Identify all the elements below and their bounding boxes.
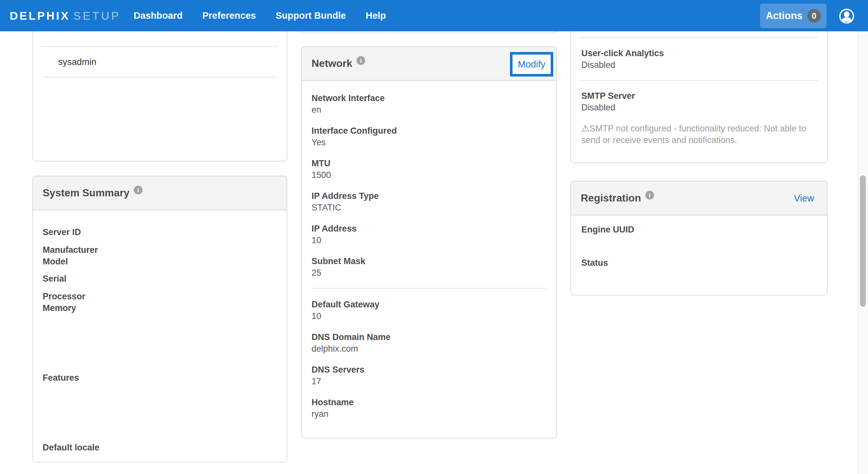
- features-label: Features: [43, 372, 277, 383]
- nav-item-help[interactable]: Help: [366, 10, 386, 21]
- field-label: IP Address Type: [312, 190, 547, 202]
- network-field: MTU 1500: [312, 158, 547, 181]
- network-body: Network Interface en Interface Configure…: [302, 81, 556, 420]
- manufacturer-label: Manufacturer: [43, 244, 277, 256]
- field-label: Interface Configured: [312, 125, 547, 137]
- main-nav: Dashboard Preferences Support Bundle Hel…: [133, 10, 386, 21]
- username: sysadmin: [58, 57, 96, 67]
- field-value: 17: [312, 375, 547, 387]
- user-avatar-icon[interactable]: [839, 9, 854, 24]
- field-value: Yes: [312, 137, 547, 148]
- field-value: en: [312, 104, 547, 115]
- network-field: Default Gateway 10: [312, 299, 547, 322]
- field-value: delphix.com: [312, 343, 547, 354]
- field-value: 10: [312, 310, 547, 322]
- server-id-label: Server ID: [43, 226, 277, 238]
- model-label: Model: [43, 256, 277, 267]
- users-panel: sysadmin: [32, 28, 287, 162]
- network-card: Network i Modify Network Interface en In…: [301, 46, 557, 438]
- actions-button[interactable]: Actions 0: [760, 4, 827, 28]
- smtp-field: SMTP Server Disabled: [581, 90, 817, 113]
- info-icon[interactable]: i: [356, 56, 365, 65]
- system-summary-header: System Summary i: [33, 176, 287, 210]
- info-icon[interactable]: i: [134, 185, 143, 194]
- field-label: Default Gateway: [312, 299, 547, 310]
- field-value: 10: [312, 234, 547, 246]
- warning-text: SMTP not configured - functionality redu…: [581, 124, 806, 145]
- field-label: Network Interface: [312, 92, 547, 104]
- divider: [580, 80, 818, 81]
- network-header: Network i Modify: [302, 47, 556, 81]
- warning-icon: ⚠: [581, 123, 589, 133]
- field-label: Hostname: [312, 397, 547, 408]
- divider: [312, 288, 547, 289]
- registration-card: Registration i View Engine UUID Status: [570, 181, 828, 296]
- smtp-body: SMTP Server Disabled ⚠SMTP not configure…: [571, 90, 827, 146]
- status-label: Status: [581, 257, 817, 269]
- network-field: Hostname ryan: [312, 397, 547, 420]
- scrollbar-thumb[interactable]: [860, 175, 866, 307]
- network-title: Network: [312, 58, 352, 69]
- field-value: ryan: [312, 408, 547, 420]
- avatar-shoulders-shape: [842, 18, 851, 22]
- field-value: Disabled: [581, 102, 817, 113]
- field-value: 25: [312, 267, 547, 279]
- field-label: Subnet Mask: [312, 256, 547, 267]
- engine-uuid-label: Engine UUID: [581, 224, 817, 235]
- nav-item-preferences[interactable]: Preferences: [202, 10, 256, 21]
- actions-button-label: Actions: [766, 10, 803, 22]
- field-label: DNS Servers: [312, 364, 547, 375]
- header-bar: DELPHIXSETUP Dashboard Preferences Suppo…: [0, 0, 868, 31]
- network-field: IP Address 10: [312, 223, 547, 246]
- analytics-field: User-click Analytics Disabled: [581, 47, 817, 71]
- network-field: Network Interface en: [312, 92, 547, 115]
- user-row[interactable]: sysadmin: [33, 47, 287, 77]
- field-label: SMTP Server: [581, 90, 817, 102]
- info-icon[interactable]: i: [645, 191, 654, 200]
- analytics-body: User-click Analytics Disabled: [571, 47, 827, 71]
- network-field: DNS Domain Name delphix.com: [312, 331, 547, 354]
- registration-title: Registration: [581, 192, 641, 204]
- nav-item-support-bundle[interactable]: Support Bundle: [276, 10, 346, 21]
- system-summary-body: Server ID Manufacturer Model Serial Proc…: [33, 210, 287, 453]
- logo-secondary: SETUP: [73, 9, 121, 22]
- modify-button[interactable]: Modify: [510, 52, 553, 76]
- divider: [42, 77, 278, 77]
- system-summary-title: System Summary: [43, 187, 130, 199]
- network-field: Interface Configured Yes: [312, 125, 547, 148]
- serial-label: Serial: [43, 273, 277, 284]
- analytics-smtp-panel: User-click Analytics Disabled SMTP Serve…: [570, 28, 828, 163]
- field-value: 1500: [312, 169, 547, 181]
- smtp-warning: ⚠SMTP not configured - functionality red…: [581, 123, 817, 146]
- view-link[interactable]: View: [794, 193, 814, 203]
- field-label: MTU: [312, 158, 547, 169]
- field-label: DNS Domain Name: [312, 331, 547, 343]
- default-locale-label: Default locale: [43, 442, 277, 453]
- network-field: IP Address Type STATIC: [312, 190, 547, 213]
- nav-item-dashboard[interactable]: Dashboard: [133, 10, 182, 21]
- registration-header: Registration i View: [571, 181, 827, 215]
- network-field: DNS Servers 17: [312, 364, 547, 387]
- network-field: Subnet Mask 25: [312, 256, 547, 279]
- delphix-logo: DELPHIXSETUP: [10, 9, 121, 22]
- field-label: IP Address: [312, 223, 547, 234]
- divider: [580, 37, 818, 38]
- memory-label: Memory: [43, 302, 277, 314]
- field-value: STATIC: [312, 202, 547, 213]
- logo-primary: DELPHIX: [10, 9, 70, 22]
- system-summary-card: System Summary i Server ID Manufacturer …: [32, 176, 287, 462]
- processor-label: Processor: [43, 291, 277, 302]
- actions-count-badge: 0: [807, 9, 821, 23]
- field-value: Disabled: [581, 59, 817, 71]
- registration-body: Engine UUID Status: [571, 215, 827, 269]
- avatar-head-shape: [844, 11, 849, 18]
- field-label: User-click Analytics: [581, 47, 817, 59]
